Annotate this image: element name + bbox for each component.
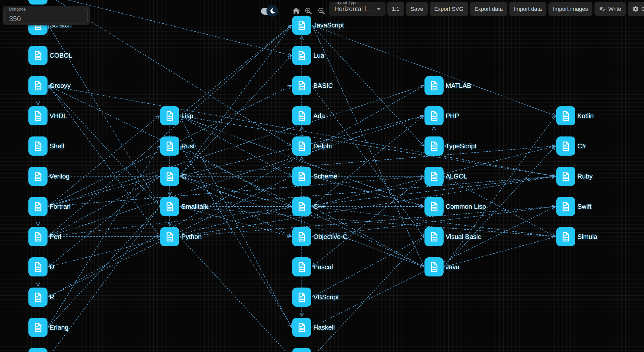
node-Kotlin[interactable]	[556, 106, 575, 125]
node-Simula[interactable]	[556, 227, 575, 246]
edge-Python-partial-bottom-center	[180, 237, 291, 352]
node-label-Pascal: Pascal	[313, 263, 333, 271]
document-icon	[296, 231, 308, 242]
document-icon	[428, 171, 440, 182]
edge-Smalltalk-Erlang	[49, 206, 160, 327]
node-label-Swift: Swift	[577, 202, 591, 210]
node-Rust[interactable]	[160, 136, 179, 156]
layout-type-label: Layout Type	[334, 0, 358, 5]
export-data-button[interactable]: Export data	[470, 2, 507, 16]
toolbar-button-label: Export data	[475, 6, 503, 12]
arrowhead-icon	[156, 146, 159, 150]
document-icon	[296, 110, 308, 122]
node-label-Delphi: Delphi	[313, 142, 332, 150]
node-TypeScript[interactable]	[424, 136, 444, 156]
node-partial-bottom-center[interactable]	[292, 348, 311, 352]
node-label-C: C	[181, 172, 186, 180]
node-Python[interactable]	[160, 227, 179, 246]
node-VBScript[interactable]	[292, 288, 311, 307]
edge-C-Java	[180, 176, 423, 267]
node-label-BASIC: BASIC	[313, 82, 333, 90]
node-R[interactable]	[28, 288, 48, 307]
write-button[interactable]: Write	[594, 2, 626, 16]
edge-Smalltalk-Groovy	[49, 86, 160, 206]
document-icon	[164, 201, 176, 212]
document-icon	[296, 322, 308, 333]
export-svg-button[interactable]: Export SVG	[430, 2, 468, 16]
toolbar-button-label: Write	[608, 6, 621, 12]
import-images-button[interactable]: Import images	[548, 2, 592, 16]
node-Smalltalk[interactable]	[160, 197, 179, 216]
layout-type-select[interactable]: Layout Type Horizontal l…	[329, 2, 385, 16]
document-icon	[560, 110, 572, 122]
node-label-Simula: Simula	[577, 233, 597, 241]
node-Objective-C[interactable]	[292, 227, 311, 246]
document-icon	[428, 110, 440, 122]
node-label-Smalltalk: Smalltalk	[181, 202, 208, 210]
document-icon	[296, 292, 308, 303]
node-label-Erlang: Erlang	[50, 323, 68, 331]
document-icon	[296, 261, 308, 273]
edge-C-JavaScript	[180, 26, 291, 176]
node-Visual Basic[interactable]	[424, 227, 444, 246]
node-label-Rust: Rust	[181, 142, 195, 150]
node-Scheme[interactable]	[292, 167, 311, 186]
distance-input[interactable]: 350	[9, 15, 21, 23]
document-icon	[296, 171, 308, 182]
node-partial-top[interactable]	[28, 0, 48, 5]
node-label-VBScript: VBScript	[313, 293, 339, 301]
node-label-Java: Java	[446, 263, 459, 271]
node-ALGOL[interactable]	[424, 167, 444, 186]
document-icon	[428, 261, 440, 273]
node-C#[interactable]	[556, 136, 575, 156]
node-MATLAB[interactable]	[424, 76, 444, 95]
node-C++[interactable]	[292, 197, 311, 216]
node-Delphi[interactable]	[292, 136, 311, 156]
node-partial-bottom-left[interactable]	[28, 348, 48, 352]
node-Groovy[interactable]	[28, 76, 48, 95]
node-BASIC[interactable]	[292, 76, 311, 95]
node-Verilog[interactable]	[28, 167, 48, 186]
zoom-out-button[interactable]	[317, 7, 326, 15]
node-Shell[interactable]	[28, 136, 48, 156]
node-label-C++: C++	[313, 202, 326, 210]
node-Fortran[interactable]	[28, 197, 48, 216]
node-Lua[interactable]	[292, 46, 311, 65]
edge-MATLAB-R	[49, 86, 424, 297]
node-Erlang[interactable]	[28, 318, 48, 337]
zoom-in-button[interactable]	[304, 7, 313, 15]
node-Ada[interactable]	[292, 106, 311, 125]
node-Java[interactable]	[424, 257, 444, 276]
node-label-Lua: Lua	[313, 51, 324, 59]
import-data-button[interactable]: Import data	[509, 2, 546, 16]
node-JavaScript[interactable]	[292, 16, 311, 35]
document-icon	[32, 292, 44, 303]
node-Perl[interactable]	[28, 227, 48, 246]
node-Swift[interactable]	[556, 197, 575, 216]
node-Common Lisp[interactable]	[424, 197, 444, 216]
config-button[interactable]: Config	[628, 2, 644, 16]
edge-Fortran-Lisp	[48, 116, 159, 206]
distance-field[interactable]: Distance 350	[3, 6, 90, 25]
document-icon	[428, 80, 440, 91]
document-icon	[32, 80, 44, 91]
1-1-button[interactable]: 1:1	[387, 2, 404, 16]
node-D[interactable]	[28, 257, 48, 276]
document-icon	[560, 171, 572, 182]
node-label-VHDL: VHDL	[50, 112, 67, 120]
node-Ruby[interactable]	[556, 167, 575, 186]
save-button[interactable]: Save	[406, 2, 428, 16]
node-PHP[interactable]	[424, 106, 444, 125]
node-label-Visual Basic: Visual Basic	[446, 233, 481, 241]
node-C[interactable]	[160, 167, 179, 186]
document-icon	[32, 171, 44, 182]
node-COBOL[interactable]	[28, 46, 48, 65]
node-label-Fortran: Fortran	[50, 202, 71, 210]
dark-mode-toggle[interactable]	[261, 5, 284, 17]
node-Haskell[interactable]	[292, 318, 311, 337]
home-button[interactable]	[291, 6, 301, 16]
node-Lisp[interactable]	[160, 106, 179, 125]
node-Pascal[interactable]	[292, 257, 311, 276]
node-VHDL[interactable]	[28, 106, 48, 125]
node-label-ALGOL: ALGOL	[446, 172, 467, 180]
